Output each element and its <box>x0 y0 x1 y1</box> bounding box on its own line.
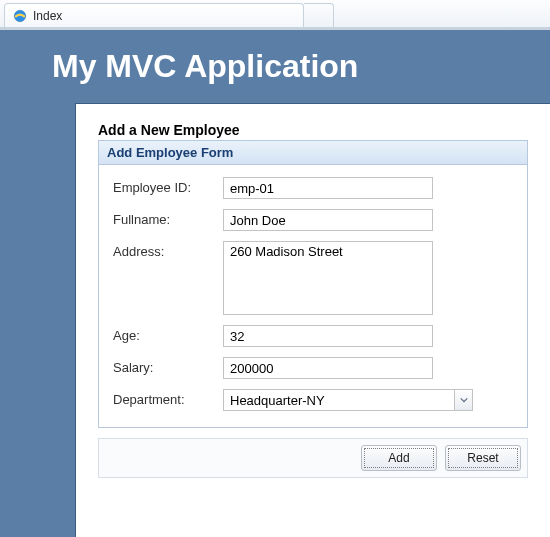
browser-tab-active[interactable]: Index <box>4 3 304 27</box>
row-department: Department: Headquarter-NY <box>113 389 513 411</box>
chevron-down-icon <box>454 390 472 410</box>
row-address: Address: <box>113 241 513 315</box>
row-age: Age: <box>113 325 513 347</box>
input-salary[interactable] <box>223 357 433 379</box>
app-body: My MVC Application Add a New Employee Ad… <box>0 29 550 537</box>
select-department[interactable]: Headquarter-NY <box>223 389 473 411</box>
input-address[interactable] <box>223 241 433 315</box>
add-button[interactable]: Add <box>361 445 437 471</box>
browser-chrome: Index <box>0 0 550 29</box>
employee-form-panel: Add Employee Form Employee ID: Fullname:… <box>98 140 528 428</box>
input-fullname[interactable] <box>223 209 433 231</box>
page-heading: Add a New Employee <box>98 122 528 138</box>
label-fullname: Fullname: <box>113 209 223 227</box>
input-employee-id[interactable] <box>223 177 433 199</box>
row-employee-id: Employee ID: <box>113 177 513 199</box>
label-department: Department: <box>113 389 223 407</box>
panel-title: Add Employee Form <box>99 141 527 165</box>
label-employee-id: Employee ID: <box>113 177 223 195</box>
browser-tab-title: Index <box>33 9 62 23</box>
row-salary: Salary: <box>113 357 513 379</box>
label-salary: Salary: <box>113 357 223 375</box>
content-card: Add a New Employee Add Employee Form Emp… <box>75 103 550 537</box>
app-title: My MVC Application <box>0 30 550 103</box>
row-fullname: Fullname: <box>113 209 513 231</box>
new-tab-button[interactable] <box>304 3 334 27</box>
reset-button[interactable]: Reset <box>445 445 521 471</box>
button-bar: Add Reset <box>98 438 528 478</box>
label-age: Age: <box>113 325 223 343</box>
tab-strip: Index <box>0 0 550 28</box>
ie-logo-icon <box>13 9 27 23</box>
label-address: Address: <box>113 241 223 259</box>
select-department-value: Headquarter-NY <box>224 393 454 408</box>
input-age[interactable] <box>223 325 433 347</box>
panel-body: Employee ID: Fullname: Address: Age: Sal <box>99 165 527 427</box>
